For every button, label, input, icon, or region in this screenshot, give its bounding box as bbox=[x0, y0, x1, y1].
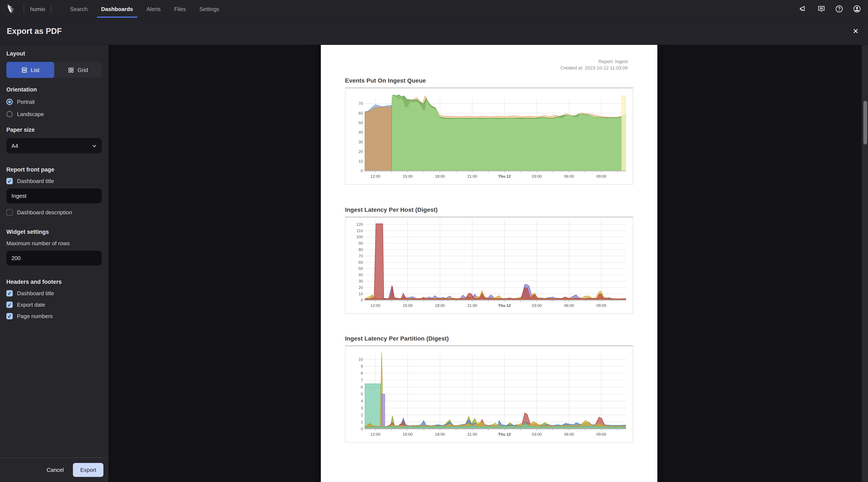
close-icon[interactable]: ✕ bbox=[850, 25, 862, 37]
report-front-page-section: Report front page Dashboard title Dashbo… bbox=[0, 161, 108, 222]
svg-text:03:00: 03:00 bbox=[532, 303, 542, 308]
hf-dashboard-title-row[interactable]: Dashboard title bbox=[6, 290, 102, 296]
nav-item-settings[interactable]: Settings bbox=[193, 0, 226, 18]
help-icon[interactable] bbox=[835, 5, 843, 13]
chart-block: Events Put On Ingest Queue01020304050607… bbox=[345, 77, 633, 186]
svg-text:09:00: 09:00 bbox=[596, 303, 606, 308]
svg-text:20: 20 bbox=[359, 285, 363, 290]
orientation-portrait-label: Portrait bbox=[17, 99, 35, 105]
vertical-scrollbar[interactable] bbox=[862, 44, 868, 482]
chevron-down-icon bbox=[92, 143, 97, 148]
chart-block: Ingest Latency Per Partition (Digest)012… bbox=[345, 335, 633, 444]
nav-items: Search Dashboards Alerts Files Settings bbox=[63, 0, 226, 18]
report-meta: Report: Ingest Created at: 2023-10-12 11… bbox=[345, 59, 628, 71]
hf-dashboard-title-label: Dashboard title bbox=[17, 290, 54, 296]
layout-option-list[interactable]: List bbox=[6, 62, 54, 78]
svg-text:15:00: 15:00 bbox=[403, 432, 412, 437]
hf-page-numbers-row[interactable]: Page numbers bbox=[6, 313, 102, 319]
orientation-landscape[interactable]: Landscape bbox=[6, 111, 102, 117]
paper-size-value: A4 bbox=[11, 142, 18, 149]
dashboard-description-label: Dashboard description bbox=[17, 209, 72, 216]
layout-segmented-control: List Grid bbox=[6, 62, 102, 78]
checkbox-unchecked-icon bbox=[6, 209, 13, 216]
max-rows-input[interactable] bbox=[6, 251, 102, 265]
panel-footer: Cancel Export bbox=[0, 457, 108, 482]
megaphone-icon[interactable] bbox=[799, 5, 808, 13]
nav-right-icons bbox=[799, 5, 868, 13]
dashboard-title-label: Dashboard title bbox=[17, 178, 54, 184]
headers-footers-section: Headers and footers Dashboard title Expo… bbox=[0, 273, 108, 326]
headers-footers-heading: Headers and footers bbox=[6, 279, 102, 285]
orientation-portrait[interactable]: Portrait bbox=[6, 99, 102, 105]
svg-text:110: 110 bbox=[356, 228, 363, 233]
widget-settings-section: Widget settings Maximum number of rows bbox=[0, 223, 108, 272]
svg-text:15:00: 15:00 bbox=[403, 174, 412, 179]
svg-text:09:00: 09:00 bbox=[596, 174, 606, 179]
svg-text:03:00: 03:00 bbox=[532, 174, 542, 179]
svg-text:18:00: 18:00 bbox=[435, 432, 445, 437]
svg-text:8: 8 bbox=[361, 371, 363, 376]
svg-text:1: 1 bbox=[361, 420, 363, 424]
svg-text:09:00: 09:00 bbox=[596, 432, 606, 437]
svg-text:06:00: 06:00 bbox=[564, 303, 574, 308]
dashboard-title-checkbox-row[interactable]: Dashboard title bbox=[6, 178, 102, 184]
widget-settings-heading: Widget settings bbox=[6, 229, 102, 235]
nav-item-alerts[interactable]: Alerts bbox=[140, 0, 167, 18]
feedback-icon[interactable] bbox=[817, 5, 826, 13]
dashboard-title-input[interactable] bbox=[6, 189, 102, 203]
cancel-button[interactable]: Cancel bbox=[45, 463, 65, 477]
nav-item-files[interactable]: Files bbox=[167, 0, 193, 18]
brand-name[interactable]: humio bbox=[30, 6, 45, 12]
checkbox-checked-icon bbox=[6, 178, 13, 184]
svg-text:12:00: 12:00 bbox=[370, 303, 380, 308]
svg-text:40: 40 bbox=[359, 272, 363, 277]
svg-text:12:00: 12:00 bbox=[370, 174, 380, 179]
nav-item-search[interactable]: Search bbox=[63, 0, 94, 18]
modal-header: Export as PDF ✕ bbox=[0, 18, 868, 44]
layout-section: Layout List Grid Orient bbox=[0, 44, 108, 160]
checkbox-checked-icon bbox=[6, 301, 13, 308]
list-icon bbox=[21, 67, 27, 73]
svg-text:30: 30 bbox=[359, 279, 363, 283]
svg-text:4: 4 bbox=[361, 399, 363, 403]
svg-text:100: 100 bbox=[356, 235, 363, 239]
chart-title: Events Put On Ingest Queue bbox=[345, 77, 633, 84]
svg-text:6: 6 bbox=[361, 385, 363, 389]
svg-text:0: 0 bbox=[361, 426, 363, 431]
account-icon[interactable] bbox=[853, 5, 861, 13]
svg-text:60: 60 bbox=[359, 260, 363, 264]
dashboard-description-checkbox-row[interactable]: Dashboard description bbox=[6, 209, 102, 216]
svg-text:10: 10 bbox=[359, 292, 363, 296]
svg-text:50: 50 bbox=[359, 121, 363, 125]
nav-item-dashboards[interactable]: Dashboards bbox=[94, 0, 140, 18]
svg-text:21:00: 21:00 bbox=[467, 432, 477, 437]
layout-option-grid[interactable]: Grid bbox=[54, 62, 102, 78]
svg-text:21:00: 21:00 bbox=[467, 303, 477, 308]
report-line: Report: Ingest bbox=[345, 59, 628, 65]
svg-text:Thu 12: Thu 12 bbox=[498, 432, 511, 437]
chart-title: Ingest Latency Per Host (Digest) bbox=[345, 206, 633, 213]
export-button[interactable]: Export bbox=[73, 463, 103, 477]
svg-text:12:00: 12:00 bbox=[370, 432, 380, 437]
app-root: humio Search Dashboards Alerts Files Set… bbox=[0, 0, 868, 482]
export-options-scroll: Layout List Grid Orient bbox=[0, 44, 108, 457]
svg-text:Thu 12: Thu 12 bbox=[498, 303, 511, 308]
falcon-logo-icon[interactable] bbox=[5, 3, 18, 15]
svg-text:2: 2 bbox=[361, 413, 363, 417]
radio-selected-icon bbox=[6, 99, 13, 105]
svg-text:70: 70 bbox=[359, 254, 363, 258]
svg-text:80: 80 bbox=[359, 247, 363, 252]
chart-svg: 01020304050607012:0015:0018:0021:00Thu 1… bbox=[345, 87, 633, 185]
scrollbar-thumb[interactable] bbox=[863, 101, 867, 144]
hf-export-date-row[interactable]: Export date bbox=[6, 301, 102, 308]
max-rows-label: Maximum number of rows bbox=[6, 240, 102, 247]
svg-text:40: 40 bbox=[359, 130, 363, 134]
layout-option-label: List bbox=[31, 67, 39, 73]
svg-text:10: 10 bbox=[359, 357, 363, 361]
layout-heading: Layout bbox=[6, 51, 102, 57]
hf-page-numbers-label: Page numbers bbox=[17, 313, 53, 319]
layout-option-label: Grid bbox=[78, 67, 88, 73]
paper-size-select[interactable]: A4 bbox=[6, 138, 102, 153]
report-front-page-heading: Report front page bbox=[6, 166, 102, 173]
top-nav: humio Search Dashboards Alerts Files Set… bbox=[0, 0, 868, 18]
